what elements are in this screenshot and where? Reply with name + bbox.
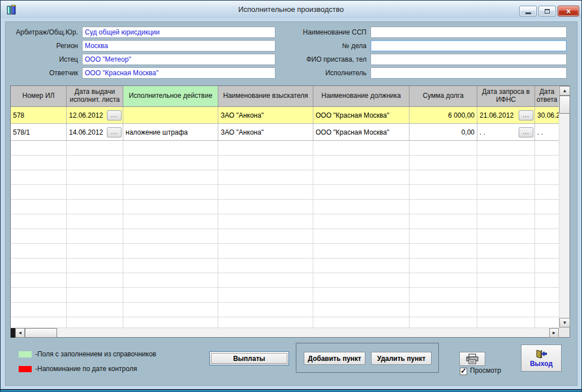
issue-date-value: 12.06.2012 (69, 111, 103, 119)
table-row[interactable]: 578 12.06.2012 ... ЗАО "Анкона" ООО "Кра… (11, 107, 559, 124)
cell-issue-date[interactable]: 12.06.2012 ... (67, 107, 123, 124)
horizontal-scrollbar-thumb[interactable] (25, 328, 57, 338)
scrollbar-dark-block (11, 328, 15, 338)
label-pristav: ФИО пристава, тел (192, 55, 367, 64)
ispolnitel-input[interactable] (370, 67, 567, 79)
minimize-button[interactable] (519, 6, 537, 16)
cell-action[interactable] (123, 107, 218, 124)
cell-num[interactable]: 578/1 (11, 124, 67, 141)
grid-content: Номер ИЛ Дата выдачи исполнит. листа Исп… (11, 86, 559, 328)
ifns-date-picker-button[interactable]: ... (519, 127, 533, 137)
maximize-button[interactable] (538, 6, 556, 16)
label-ispolnitel: Исполнитель (192, 68, 367, 77)
vertical-scrollbar-thumb[interactable] (559, 96, 570, 114)
col-header-answer-date[interactable]: Дата ответа (535, 86, 559, 107)
print-button[interactable] (459, 352, 485, 366)
checkmark-icon: ✓ (460, 367, 467, 375)
cell-debtor[interactable]: ООО "Красная Москва" (313, 124, 409, 141)
executive-actions-grid: Номер ИЛ Дата выдачи исполнит. листа Исп… (10, 85, 570, 338)
preview-checkbox[interactable]: ✓ (460, 368, 467, 375)
issue-date-picker-button[interactable]: ... (107, 127, 122, 137)
legend-green-text: -Поля с заполнением из справочников (35, 350, 156, 359)
ifns-date-value: 21.06.2012 (480, 111, 514, 119)
payments-button[interactable]: Выплаты (209, 351, 289, 365)
pristav-input[interactable] (370, 54, 567, 65)
printer-icon (465, 354, 479, 364)
horizontal-scrollbar[interactable]: ◄ ► (11, 328, 559, 337)
cell-action[interactable]: наложение штрафа (123, 124, 218, 141)
client-area: Арбитраж/Общ.Юр. Регион Истец Ответчик Н… (5, 21, 577, 386)
preview-checkbox-label: Просмотр (470, 367, 501, 374)
window-title: Исполнительное производство (1, 5, 581, 14)
cell-ifns-request[interactable]: . . ... (477, 124, 535, 141)
case-number-input[interactable] (370, 40, 567, 51)
delete-item-button[interactable]: Удалить пункт (371, 352, 432, 365)
cell-ifns-request[interactable]: 21.06.2012 ... (477, 107, 535, 124)
col-header-debtor[interactable]: Наименование должника (313, 86, 409, 107)
cell-debt[interactable]: 6 000,00 (409, 107, 477, 124)
cell-num[interactable]: 578 (11, 107, 67, 124)
legend-red-swatch (19, 366, 32, 372)
close-button[interactable]: × (558, 6, 579, 16)
col-header-ifns-request[interactable]: Дата запроса в ИФНС (477, 86, 535, 107)
col-header-action[interactable]: Исполнительное действие (123, 86, 218, 107)
grid-empty-rows (11, 141, 559, 328)
scroll-left-button[interactable]: ◄ (15, 328, 25, 338)
scroll-right-button[interactable]: ► (549, 328, 559, 338)
legend-red-text: -Напоминание по дате контроля (35, 365, 137, 373)
cell-debtor[interactable]: ООО "Красная Москва" (313, 107, 409, 124)
cell-claimant[interactable]: ЗАО "Анкона" (218, 124, 313, 141)
minimize-icon (525, 12, 531, 14)
close-icon: × (558, 6, 579, 16)
issue-date-picker-button[interactable]: ... (107, 110, 122, 120)
cell-claimant[interactable]: ЗАО "Анкона" (218, 107, 313, 124)
maximize-icon (545, 9, 550, 14)
ssp-input[interactable] (370, 27, 567, 38)
scrollbar-corner (559, 328, 570, 337)
label-case-number: № дела (192, 41, 367, 50)
col-header-nomer-il[interactable]: Номер ИЛ (11, 86, 67, 107)
legend-green-swatch (19, 351, 32, 357)
ifns-date-picker-button[interactable]: ... (519, 110, 533, 120)
ifns-date-value: . . (480, 128, 485, 136)
col-header-issue-date[interactable]: Дата выдачи исполнит. листа (67, 86, 123, 107)
cell-answer-date[interactable]: . . (535, 124, 559, 141)
scroll-down-button[interactable]: ▼ (559, 318, 570, 328)
exit-button[interactable]: Выход (521, 344, 562, 372)
scroll-up-button[interactable]: ▲ (559, 86, 570, 96)
label-istec: Истец (6, 55, 78, 64)
grid-header: Номер ИЛ Дата выдачи исполнит. листа Исп… (11, 86, 559, 107)
col-header-debt[interactable]: Сумма долга (409, 86, 477, 107)
titlebar: Исполнительное производство × (1, 1, 581, 18)
label-otvetchik: Ответчик (6, 68, 78, 77)
exit-door-icon (535, 349, 547, 359)
label-ssp: Наименование ССП (192, 28, 367, 37)
table-row[interactable]: 578/1 14.06.2012 ... наложение штрафа ЗА… (11, 124, 559, 141)
scrollbar-track (57, 328, 549, 337)
col-header-claimant[interactable]: Наименование взыскателя (218, 86, 313, 107)
label-arbitrazh: Арбитраж/Общ.Юр. (6, 28, 78, 37)
cell-issue-date[interactable]: 14.06.2012 ... (67, 124, 123, 141)
vertical-scrollbar[interactable]: ▲ ▼ (559, 86, 570, 328)
label-region: Регион (6, 41, 78, 50)
app-window: Исполнительное производство × Арбитраж/О… (0, 0, 582, 392)
cell-debt[interactable]: 0,00 (409, 124, 477, 141)
add-item-button[interactable]: Добавить пункт (304, 352, 365, 365)
issue-date-value: 14.06.2012 (69, 128, 103, 136)
cell-answer-date[interactable]: 30.06.2 (535, 107, 559, 124)
exit-button-label: Выход (530, 360, 553, 368)
